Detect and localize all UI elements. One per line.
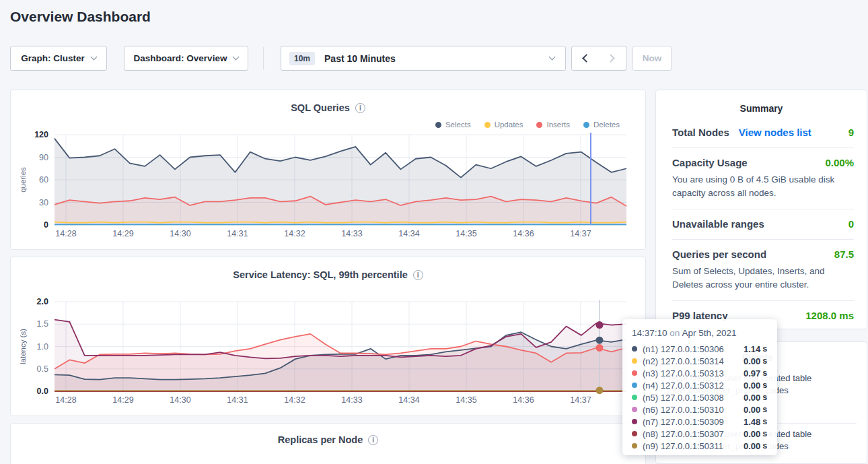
x-tick-label: 14:30 bbox=[170, 229, 190, 238]
summary-row-value: 0 bbox=[848, 218, 854, 230]
tooltip-timestamp: 14:37:10 on Apr 5th, 2021 bbox=[632, 328, 768, 338]
x-tick-label: 14:35 bbox=[456, 395, 476, 405]
time-forward-button[interactable] bbox=[598, 46, 626, 71]
tooltip-node-row: (n7) 127.0.0.1:503091.48s bbox=[632, 416, 768, 428]
tooltip-node-row: (n5) 127.0.0.1:503080.00s bbox=[632, 391, 768, 403]
x-tick-label: 14:32 bbox=[284, 229, 305, 238]
x-tick-label: 14:31 bbox=[227, 395, 248, 405]
tooltip-node-row: (n6) 127.0.0.1:503100.00s bbox=[632, 403, 768, 416]
summary-row-value: 87.5 bbox=[834, 248, 854, 260]
x-tick-label: 14:33 bbox=[341, 395, 362, 405]
node-latency-unit: s bbox=[762, 393, 767, 402]
node-latency-value: 0.00 bbox=[744, 405, 760, 415]
tooltip-node-row: (n2) 127.0.0.1:503140.00s bbox=[632, 355, 768, 367]
tooltip-node-row: (n3) 127.0.0.1:503130.97s bbox=[632, 367, 768, 379]
time-range-badge: 10m bbox=[289, 52, 315, 65]
node-address: (n1) 127.0.0.1:50306 bbox=[643, 344, 744, 354]
node-address: (n6) 127.0.0.1:50310 bbox=[643, 405, 744, 415]
node-latency-unit: s bbox=[762, 344, 767, 354]
chevron-down-icon bbox=[233, 54, 240, 61]
y-tick-label: 1.0 bbox=[37, 342, 48, 352]
node-color-dot bbox=[632, 358, 637, 364]
hover-point-dot bbox=[595, 337, 603, 344]
y-tick-label: 1.5 bbox=[37, 319, 48, 329]
node-color-dot bbox=[632, 346, 637, 352]
hover-point-dot bbox=[595, 321, 603, 329]
node-address: (n3) 127.0.0.1:50313 bbox=[643, 368, 744, 378]
tooltip-node-row: (n1) 127.0.0.1:503061.14s bbox=[632, 343, 768, 355]
node-latency-value: 0.00 bbox=[744, 356, 760, 366]
x-tick-label: 14:29 bbox=[112, 229, 133, 238]
x-tick-label: 14:30 bbox=[170, 395, 190, 405]
summary-row-value: 1208.0 ms bbox=[805, 310, 854, 321]
summary-row-label: Capacity Usage bbox=[672, 157, 748, 168]
node-address: (n8) 127.0.0.1:50307 bbox=[643, 429, 744, 439]
node-latency-unit: s bbox=[762, 429, 767, 438]
now-button[interactable]: Now bbox=[632, 46, 672, 71]
node-address: (n5) 127.0.0.1:50308 bbox=[643, 393, 744, 403]
node-address: (n9) 127.0.0.1:50311 bbox=[643, 441, 744, 451]
node-latency-unit: s bbox=[762, 405, 767, 414]
node-address: (n7) 127.0.0.1:50309 bbox=[643, 417, 744, 427]
y-tick-label: 2.0 bbox=[37, 297, 48, 306]
y-tick-label: 30 bbox=[39, 198, 48, 207]
node-latency-value: 1.14 bbox=[744, 344, 760, 354]
tooltip-date: Apr 5th, 2021 bbox=[682, 328, 736, 338]
node-address: (n4) 127.0.0.1:50312 bbox=[643, 380, 744, 391]
summary-row: Unavailable ranges0 bbox=[672, 209, 854, 240]
chevron-down-icon bbox=[90, 54, 97, 61]
latency-chart[interactable]: 14:2814:2914:3014:3114:3214:3314:3414:35… bbox=[11, 257, 647, 417]
tooltip-rows: (n1) 127.0.0.1:503061.14s(n2) 127.0.0.1:… bbox=[632, 343, 768, 452]
tooltip-node-row: (n9) 127.0.0.1:503110.00s bbox=[632, 440, 768, 452]
node-latency-unit: s bbox=[762, 441, 767, 451]
sql-queries-chart[interactable]: 14:2814:2914:3014:3114:3214:3314:3414:35… bbox=[11, 90, 647, 251]
y-axis-title: queries bbox=[19, 167, 27, 193]
summary-row-value: 9 bbox=[848, 127, 854, 138]
node-color-dot bbox=[632, 383, 637, 388]
node-color-dot bbox=[632, 443, 637, 449]
x-tick-label: 14:29 bbox=[112, 395, 133, 405]
node-latency-value: 0.00 bbox=[744, 393, 760, 403]
node-color-dot bbox=[632, 370, 637, 376]
node-latency-unit: s bbox=[762, 380, 767, 390]
y-tick-label: 60 bbox=[39, 175, 48, 185]
y-axis-title: latency (s) bbox=[19, 329, 27, 364]
time-back-button[interactable] bbox=[571, 46, 599, 71]
controls-divider bbox=[263, 47, 264, 69]
tooltip-on: on bbox=[670, 328, 680, 338]
summary-row-description: Sum of Selects, Updates, Inserts, and De… bbox=[672, 265, 854, 291]
hover-point-dot bbox=[595, 344, 603, 352]
node-latency-value: 0.97 bbox=[744, 368, 760, 378]
summary-card: Summary Total NodesView nodes list9Capac… bbox=[655, 90, 867, 329]
sql-queries-panel: SQL Queries i SelectsUpdatesInsertsDelet… bbox=[10, 90, 646, 250]
chevron-left-icon bbox=[582, 54, 591, 63]
graph-dropdown[interactable]: Graph: Cluster bbox=[10, 46, 107, 71]
replicas-title: Replicas per Node i bbox=[11, 434, 645, 445]
chevron-right-icon bbox=[606, 54, 615, 63]
node-latency-value: 0.00 bbox=[744, 429, 760, 439]
node-address: (n2) 127.0.0.1:50314 bbox=[643, 356, 744, 366]
x-tick-label: 14:37 bbox=[570, 395, 591, 405]
time-range-selector[interactable]: 10m Past 10 Minutes bbox=[281, 46, 566, 71]
tooltip-node-row: (n8) 127.0.0.1:503070.00s bbox=[632, 428, 768, 440]
dashboard-dropdown[interactable]: Dashboard: Overview bbox=[124, 46, 248, 71]
node-color-dot bbox=[632, 407, 637, 412]
x-tick-label: 14:34 bbox=[398, 395, 419, 405]
x-tick-label: 14:28 bbox=[55, 229, 76, 238]
node-latency-unit: s bbox=[762, 417, 767, 426]
node-latency-value: 1.48 bbox=[744, 417, 760, 427]
x-tick-label: 14:36 bbox=[513, 229, 534, 238]
summary-row: Total NodesView nodes list9 bbox=[672, 118, 854, 148]
graph-dropdown-label: Graph: Cluster bbox=[21, 53, 85, 63]
x-tick-label: 14:31 bbox=[227, 229, 248, 238]
x-tick-label: 14:32 bbox=[284, 395, 305, 405]
info-icon[interactable]: i bbox=[368, 435, 378, 445]
node-latency-unit: s bbox=[762, 368, 767, 378]
tooltip-node-row: (n4) 127.0.0.1:503120.00s bbox=[632, 379, 768, 391]
view-nodes-list-link[interactable]: View nodes list bbox=[739, 127, 811, 138]
node-color-dot bbox=[632, 431, 637, 436]
chevron-down-icon bbox=[549, 54, 556, 61]
summary-row-label: Queries per second bbox=[672, 248, 766, 260]
chart-hover-tooltip: 14:37:10 on Apr 5th, 2021 (n1) 127.0.0.1… bbox=[622, 319, 777, 455]
summary-row-description: You are using 0 B of 4.5 GiB usable disk… bbox=[672, 173, 854, 199]
